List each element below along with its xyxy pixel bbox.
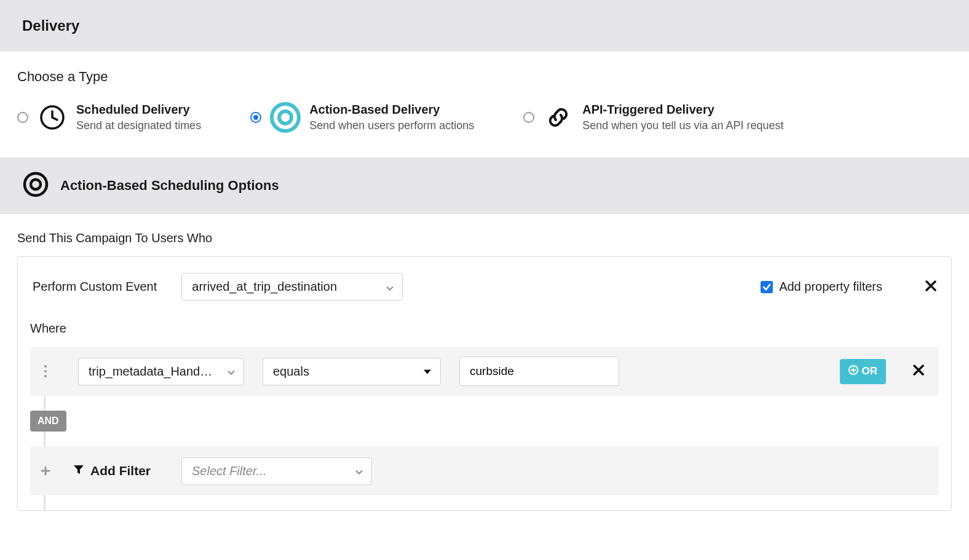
svg-point-1 (272, 104, 299, 131)
radio-title: API-Triggered Delivery (582, 103, 783, 117)
dropdown-placeholder: Select Filter... (192, 464, 267, 478)
target-icon (270, 102, 301, 133)
property-filter-row: trip_metadata_Hand… equals (30, 347, 939, 396)
connector-line (44, 495, 939, 510)
caret-down-icon (355, 464, 363, 478)
select-filter-dropdown[interactable]: Select Filter... (181, 457, 372, 485)
add-or-button[interactable]: OR (840, 359, 887, 384)
remove-filter-button[interactable] (913, 363, 924, 379)
and-badge: AND (30, 411, 66, 432)
caret-down-icon (423, 365, 432, 379)
radio-desc: Send when users perform actions (309, 119, 474, 132)
clock-icon (37, 102, 68, 133)
dropdown-value: trip_metadata_Hand… (89, 365, 212, 379)
radio-title: Scheduled Delivery (76, 103, 201, 117)
connector-line (44, 396, 939, 411)
trigger-rule-card: Perform Custom Event arrived_at_trip_des… (17, 256, 952, 511)
svg-point-4 (31, 179, 41, 189)
radio-desc: Send when you tell us via an API request (582, 119, 783, 132)
add-filter-label: Add Filter (73, 463, 169, 478)
caret-down-icon (227, 365, 235, 379)
plus-circle-icon (848, 365, 858, 378)
radio-input[interactable] (523, 112, 534, 123)
caret-down-icon (386, 280, 394, 294)
svg-point-2 (279, 111, 291, 124)
add-filter-row: Add Filter Select Filter... (30, 446, 939, 495)
target-icon (22, 171, 49, 200)
scheduling-options-header: Action-Based Scheduling Options (0, 157, 969, 214)
send-campaign-section: Send This Campaign To Users Who Perform … (0, 214, 969, 528)
radio-scheduled-delivery[interactable]: Scheduled Delivery Send at designated ti… (17, 102, 201, 133)
dropdown-value: equals (273, 365, 309, 379)
link-icon (543, 102, 574, 133)
filter-operator-dropdown[interactable]: equals (263, 358, 441, 385)
radio-title: Action-Based Delivery (309, 103, 474, 117)
perform-event-label: Perform Custom Event (33, 280, 157, 294)
dropdown-value: arrived_at_trip_destination (192, 280, 337, 294)
radio-text: API-Triggered Delivery Send when you tel… (582, 103, 783, 132)
choose-type-label: Choose a Type (17, 69, 952, 85)
connector-line (44, 432, 939, 446)
checkbox-label: Add property filters (779, 280, 882, 294)
where-label: Where (30, 321, 939, 336)
delivery-header: Delivery (0, 0, 969, 52)
remove-trigger-button[interactable] (925, 279, 936, 295)
scheduling-options-title: Action-Based Scheduling Options (60, 178, 279, 194)
add-filter-text: Add Filter (90, 463, 151, 478)
delivery-title: Delivery (22, 17, 947, 34)
or-button-label: OR (862, 365, 878, 377)
filter-value-input[interactable] (459, 357, 619, 386)
funnel-icon (73, 463, 84, 478)
perform-event-row: Perform Custom Event arrived_at_trip_des… (30, 269, 939, 304)
filter-property-dropdown[interactable]: trip_metadata_Hand… (78, 358, 244, 385)
add-property-filters-toggle[interactable]: Add property filters (761, 280, 882, 294)
radio-action-based-delivery[interactable]: Action-Based Delivery Send when users pe… (250, 102, 474, 133)
filter-controls: trip_metadata_Hand… equals (78, 348, 886, 395)
radio-api-triggered-delivery[interactable]: API-Triggered Delivery Send when you tel… (523, 102, 783, 133)
drag-handle-icon[interactable] (30, 347, 61, 396)
radio-text: Action-Based Delivery Send when users pe… (309, 103, 474, 132)
send-campaign-label: Send This Campaign To Users Who (17, 231, 952, 245)
delivery-type-radio-group: Scheduled Delivery Send at designated ti… (17, 102, 952, 133)
checkbox-checked-icon[interactable] (761, 281, 773, 293)
radio-text: Scheduled Delivery Send at designated ti… (76, 103, 201, 132)
radio-input[interactable] (250, 112, 261, 123)
svg-point-3 (25, 173, 47, 195)
radio-desc: Send at designated times (76, 119, 201, 132)
svg-point-5 (44, 365, 47, 368)
svg-point-7 (44, 375, 47, 377)
radio-input[interactable] (17, 112, 28, 123)
custom-event-dropdown[interactable]: arrived_at_trip_destination (181, 273, 403, 301)
add-filter-plus-button[interactable] (30, 446, 61, 495)
choose-type-section: Choose a Type Scheduled Delivery Send at… (0, 52, 969, 157)
svg-point-6 (44, 370, 47, 373)
